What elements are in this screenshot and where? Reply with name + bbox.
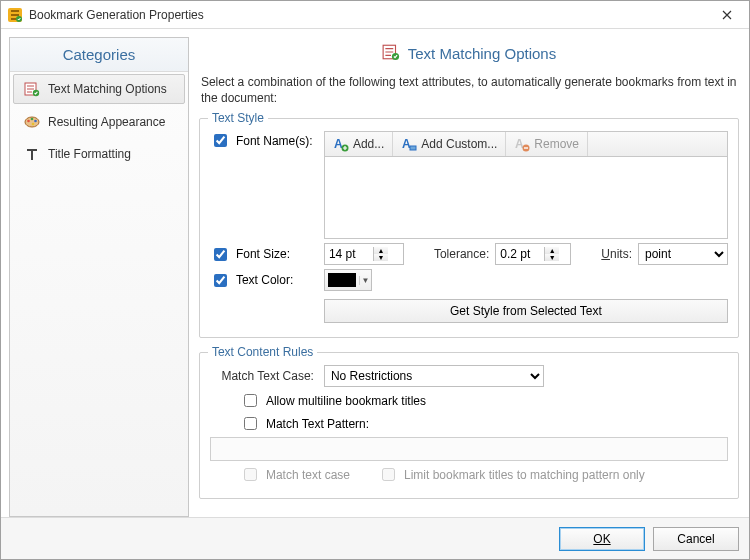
main-header: Text Matching Options xyxy=(197,37,741,74)
svg-point-6 xyxy=(31,118,34,121)
main-panel: Text Matching Options Select a combinati… xyxy=(197,37,741,517)
match-pattern-check-input[interactable] xyxy=(244,417,257,430)
add-custom-font-button[interactable]: A Add Custom... xyxy=(393,132,506,156)
add-custom-font-label: Add Custom... xyxy=(421,137,497,151)
font-names-label: Font Name(s): xyxy=(236,134,313,148)
limit-titles-checkbox: Limit bookmark titles to matching patter… xyxy=(378,465,645,484)
category-text-matching[interactable]: Text Matching Options xyxy=(13,74,185,104)
close-icon xyxy=(722,10,732,20)
font-names-checkbox[interactable]: Font Name(s): xyxy=(210,131,318,150)
allow-multiline-checkbox[interactable]: Allow multiline bookmark titles xyxy=(240,391,426,410)
remove-font-label: Remove xyxy=(534,137,579,151)
category-title-formatting[interactable]: Title Formatting xyxy=(14,140,184,168)
pattern-input xyxy=(210,437,728,461)
match-pattern-label: Match Text Pattern: xyxy=(266,417,369,431)
category-label: Resulting Appearance xyxy=(48,115,165,129)
remove-font-button: A Remove xyxy=(506,132,588,156)
font-names-listbox[interactable] xyxy=(324,157,728,239)
close-button[interactable] xyxy=(705,1,749,28)
match-text-case-sub-checkbox: Match text case xyxy=(240,465,350,484)
spin-up[interactable]: ▲ xyxy=(545,247,559,254)
font-names-check-input[interactable] xyxy=(214,134,227,147)
dialog-footer: OK Cancel xyxy=(1,517,749,559)
spin-down[interactable]: ▼ xyxy=(374,254,388,261)
app-icon xyxy=(7,7,23,23)
dialog-window: Bookmark Generation Properties Categorie… xyxy=(0,0,750,560)
text-style-group: Text Style Font Name(s): A Add... xyxy=(199,118,739,338)
dialog-body: Categories Text Matching Options Resulti… xyxy=(1,29,749,517)
text-style-legend: Text Style xyxy=(208,111,268,125)
match-text-case-sub-label: Match text case xyxy=(266,468,350,482)
tolerance-label: Tolerance: xyxy=(434,247,489,261)
text-content-rules-group: Text Content Rules Match Text Case: No R… xyxy=(199,352,739,499)
color-swatch xyxy=(328,273,356,287)
main-heading: Text Matching Options xyxy=(408,45,556,62)
tolerance-spinner[interactable]: ▲▼ xyxy=(495,243,571,265)
titlebar: Bookmark Generation Properties xyxy=(1,1,749,29)
allow-multiline-label: Allow multiline bookmark titles xyxy=(266,394,426,408)
tolerance-input[interactable] xyxy=(496,244,544,264)
spin-down[interactable]: ▼ xyxy=(545,254,559,261)
cancel-button[interactable]: Cancel xyxy=(653,527,739,551)
get-style-button[interactable]: Get Style from Selected Text xyxy=(324,299,728,323)
chevron-down-icon: ▼ xyxy=(359,276,371,285)
category-label: Title Formatting xyxy=(48,147,131,161)
svg-point-5 xyxy=(27,120,30,123)
svg-rect-14 xyxy=(410,146,416,150)
units-select[interactable]: point xyxy=(638,243,728,265)
font-size-input[interactable] xyxy=(325,244,373,264)
title-formatting-icon xyxy=(24,146,40,162)
font-toolbar: A Add... A Add Custom... A Remove xyxy=(324,131,728,157)
remove-font-icon: A xyxy=(514,136,530,152)
category-label: Text Matching Options xyxy=(48,82,167,96)
limit-titles-label: Limit bookmark titles to matching patter… xyxy=(404,468,645,482)
svg-point-7 xyxy=(34,120,37,123)
add-font-button[interactable]: A Add... xyxy=(325,132,393,156)
match-text-case-sub-input xyxy=(244,468,257,481)
content-rules-legend: Text Content Rules xyxy=(208,345,317,359)
limit-titles-input xyxy=(382,468,395,481)
categories-sidebar: Categories Text Matching Options Resulti… xyxy=(9,37,189,517)
text-matching-icon xyxy=(24,81,40,97)
svg-point-8 xyxy=(32,123,35,126)
text-color-checkbox[interactable]: Text Color: xyxy=(210,271,318,290)
main-header-icon xyxy=(382,43,400,64)
svg-rect-17 xyxy=(524,148,528,149)
units-label: Units: xyxy=(601,247,632,261)
category-resulting-appearance[interactable]: Resulting Appearance xyxy=(14,108,184,136)
sidebar-header: Categories xyxy=(10,38,188,72)
window-title: Bookmark Generation Properties xyxy=(29,8,705,22)
add-font-label: Add... xyxy=(353,137,384,151)
font-size-spinner[interactable]: ▲▼ xyxy=(324,243,404,265)
font-size-checkbox[interactable]: Font Size: xyxy=(210,245,318,264)
font-size-label: Font Size: xyxy=(236,247,290,261)
allow-multiline-check-input[interactable] xyxy=(244,394,257,407)
main-description: Select a combination of the following te… xyxy=(197,74,741,114)
match-text-case-label: Match Text Case: xyxy=(210,369,318,383)
spin-up[interactable]: ▲ xyxy=(374,247,388,254)
ok-button[interactable]: OK xyxy=(559,527,645,551)
font-size-check-input[interactable] xyxy=(214,248,227,261)
match-text-case-select[interactable]: No Restrictions xyxy=(324,365,544,387)
match-pattern-checkbox[interactable]: Match Text Pattern: xyxy=(240,414,369,433)
add-custom-font-icon: A xyxy=(401,136,417,152)
add-font-icon: A xyxy=(333,136,349,152)
appearance-icon xyxy=(24,114,40,130)
text-color-button[interactable]: ▼ xyxy=(324,269,372,291)
text-color-label: Text Color: xyxy=(236,273,293,287)
text-color-check-input[interactable] xyxy=(214,274,227,287)
